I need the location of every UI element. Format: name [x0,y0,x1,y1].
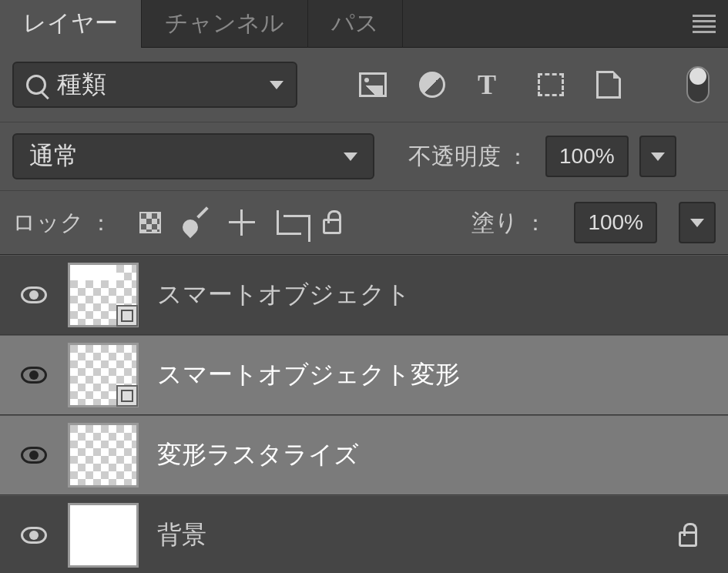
eye-icon [21,367,47,384]
layer-thumbnail[interactable] [68,343,139,407]
layer-row[interactable]: スマートオブジェクト変形 [0,335,728,415]
visibility-toggle[interactable] [0,447,68,464]
blend-mode-label: 通常 [29,139,344,173]
blend-mode-select[interactable]: 通常 [12,133,374,179]
eye-icon [21,447,47,464]
search-icon [26,75,46,95]
layers-list: スマートオブジェクトスマートオブジェクト変形変形ラスタライズ背景 [0,254,728,573]
tab-layers[interactable]: レイヤー [0,0,142,48]
filter-row: 種類 T [0,48,728,122]
eye-icon [21,527,47,544]
blend-row: 通常 不透明度： 100% [0,122,728,190]
shape-layer-filter-icon[interactable] [538,73,564,96]
opacity-label: 不透明度： [408,141,535,173]
smart-object-badge-icon [116,385,138,407]
layer-name[interactable]: 変形ラスタライズ [157,438,359,472]
smart-object-badge-icon [116,305,138,327]
eye-icon [21,286,47,303]
layer-row[interactable]: 変形ラスタライズ [0,415,728,495]
filter-label: 種類 [57,68,270,102]
opacity-dropdown[interactable] [639,136,676,177]
tab-channels[interactable]: チャンネル [142,0,308,48]
chevron-down-icon [270,81,283,89]
visibility-toggle[interactable] [0,527,68,544]
filter-toggle[interactable] [686,66,710,103]
fill-label: 塗り： [471,207,552,239]
filter-type-icons: T [359,71,621,99]
layer-row[interactable]: スマートオブジェクト [0,255,728,335]
smart-object-filter-icon[interactable] [596,71,621,99]
lock-icon[interactable] [679,531,697,547]
filter-type-select[interactable]: 種類 [12,62,297,108]
chevron-down-icon [690,219,704,227]
chevron-down-icon [651,152,665,161]
layer-thumbnail[interactable] [68,423,139,488]
lock-row: ロック： 塗り： 100% [0,190,728,254]
layer-row[interactable]: 背景 [0,495,728,573]
chevron-down-icon [344,152,357,161]
fill-dropdown[interactable] [679,202,716,243]
layer-name[interactable]: スマートオブジェクト変形 [157,358,460,392]
layer-name[interactable]: 背景 [157,518,206,552]
panel-tabs: レイヤー チャンネル パス [0,0,728,48]
lock-label: ロック： [12,207,118,239]
layer-thumbnail[interactable] [68,263,139,327]
lock-artboard-icon[interactable] [277,210,301,235]
type-layer-filter-icon[interactable]: T [478,72,505,97]
pixel-layer-filter-icon[interactable] [359,72,387,97]
adjustment-layer-filter-icon[interactable] [419,72,445,98]
visibility-toggle[interactable] [0,286,68,303]
lock-transparency-icon[interactable] [139,212,161,233]
tab-paths[interactable]: パス [308,0,403,48]
layer-thumbnail[interactable] [68,503,139,568]
lock-all-icon[interactable] [323,219,341,234]
visibility-toggle[interactable] [0,367,68,384]
opacity-value[interactable]: 100% [545,136,629,177]
layer-name[interactable]: スマートオブジェクト [157,278,411,312]
lock-position-icon[interactable] [229,209,255,236]
fill-value[interactable]: 100% [574,202,657,243]
lock-image-icon[interactable] [183,210,207,235]
panel-menu-icon[interactable] [693,12,716,36]
